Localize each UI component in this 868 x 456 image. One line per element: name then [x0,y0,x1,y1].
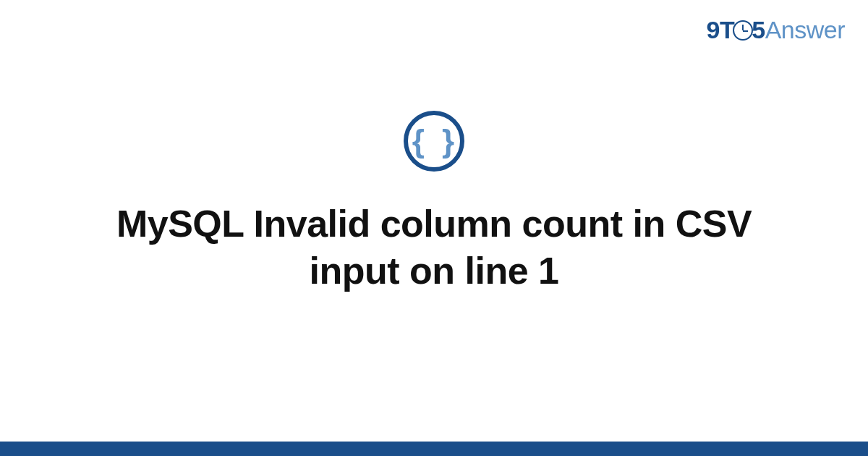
footer-bar [0,442,868,456]
braces-icon: { } [412,125,459,157]
code-category-icon: { } [404,111,464,172]
question-title: MySQL Invalid column count in CSV input … [101,200,767,295]
main-content: { } MySQL Invalid column count in CSV in… [0,0,868,442]
